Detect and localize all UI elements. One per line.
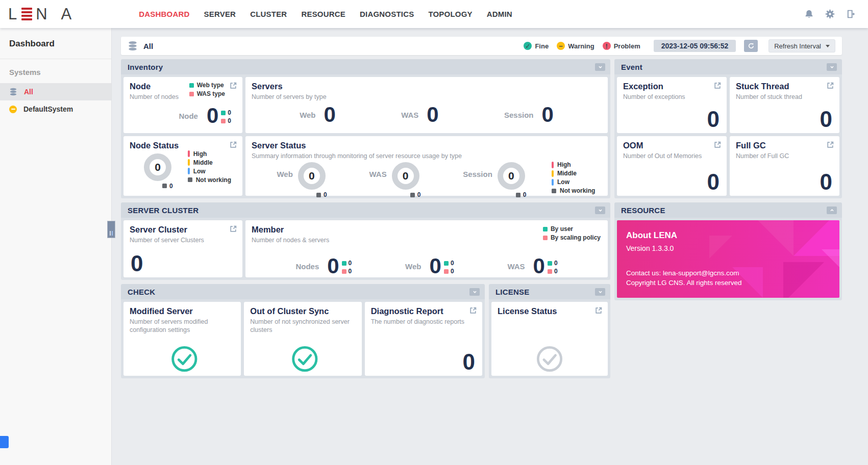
legend-problem: ! Problem	[603, 42, 640, 50]
card-server-status: Server Status Summary information throug…	[245, 136, 608, 196]
stuck-thread-count: 0	[820, 109, 832, 130]
web-servers-metric: Web 0	[300, 105, 336, 124]
open-node-detail-icon[interactable]	[229, 82, 237, 90]
panel-title: RESOURCE	[621, 206, 665, 215]
legend-by-user: By user	[543, 225, 601, 232]
check-ok-icon	[170, 345, 198, 373]
main-content: All ✓ Fine − Warning ! Problem 2023-12-0…	[111, 28, 868, 465]
card-server-cluster: Server Cluster Number of server Clusters…	[123, 220, 242, 277]
was-status-donut: WAS 0 0	[369, 162, 421, 198]
legend-was-type: WAS type	[189, 90, 225, 97]
collapse-button[interactable]	[595, 288, 605, 296]
was-type-swatch	[189, 92, 194, 96]
collapse-button[interactable]	[595, 206, 605, 214]
panel-inventory: Inventory Node Number of nodes	[121, 59, 610, 198]
selected-system-label: All	[143, 42, 153, 50]
refresh-icon	[748, 42, 755, 49]
card-subtitle: Number of stuck thread	[736, 93, 833, 101]
database-icon	[9, 88, 17, 96]
open-server-cluster-icon[interactable]	[229, 225, 237, 233]
notifications-bell-icon[interactable]	[804, 9, 814, 19]
collapse-button[interactable]	[595, 63, 605, 71]
card-title: Servers	[252, 82, 602, 91]
nav-cluster[interactable]: CLUSTER	[250, 10, 287, 18]
logout-icon[interactable]	[846, 9, 856, 19]
open-license-status-icon[interactable]	[594, 306, 603, 315]
card-title: Out of Cluster Sync	[250, 306, 355, 316]
nav-topology[interactable]: TOPOLOGY	[428, 10, 472, 18]
not-working-count: 0	[516, 191, 527, 198]
diagnostic-report-count: 0	[463, 352, 475, 372]
open-diagnostic-report-icon[interactable]	[469, 306, 477, 315]
card-out-of-cluster-sync: Out of Cluster Sync Number of not synchr…	[244, 302, 361, 376]
open-node-status-icon[interactable]	[229, 141, 237, 149]
logo-letters-na: N A	[36, 5, 77, 23]
chevron-up-icon	[829, 208, 835, 213]
sidebar-title: Dashboard	[0, 28, 111, 59]
open-full-gc-icon[interactable]	[826, 141, 834, 149]
collapse-button[interactable]	[469, 288, 480, 296]
nav-dashboard[interactable]: DASHBOARD	[139, 10, 189, 18]
refresh-interval-dropdown[interactable]: Refresh Interval	[768, 39, 835, 53]
card-title: Modified Server	[130, 306, 235, 316]
card-title: Server Cluster	[130, 225, 236, 235]
not-working-count: 0	[410, 191, 421, 198]
nav-admin[interactable]: ADMIN	[487, 10, 512, 18]
legend-low: Low	[552, 178, 602, 186]
card-title: Node Status	[130, 141, 236, 150]
fine-icon: ✓	[524, 42, 532, 50]
donut-chart: 0	[392, 162, 419, 190]
full-gc-count: 0	[820, 172, 832, 192]
not-working-count: 0	[316, 191, 327, 198]
legend-warning: − Warning	[557, 42, 594, 50]
open-oom-icon[interactable]	[713, 141, 722, 149]
lena-logo[interactable]: L N A	[8, 5, 77, 23]
donut-chart: 0	[298, 162, 326, 190]
sidebar-section-systems: Systems	[0, 59, 111, 83]
nav-diagnostics[interactable]: DIAGNOSTICS	[360, 10, 414, 18]
collapse-button[interactable]	[827, 63, 837, 71]
nav-resource[interactable]: RESOURCE	[301, 10, 345, 18]
panel-resource: RESOURCE About LENA Version 1.3.3.0 Cont…	[614, 202, 842, 300]
legend-middle: Middle	[552, 170, 602, 177]
open-stuck-thread-icon[interactable]	[826, 82, 834, 90]
by-user-count: 0	[444, 260, 454, 267]
card-node-status: Node Status 0 0 High Middle L	[123, 136, 242, 196]
collapse-button[interactable]	[827, 206, 837, 214]
open-exception-icon[interactable]	[713, 82, 722, 90]
panel-title: LICENSE	[495, 288, 529, 296]
main-menu: DASHBOARD SERVER CLUSTER RESOURCE DIAGNO…	[139, 10, 512, 18]
triangle-pattern	[732, 267, 763, 298]
chevron-down-icon	[598, 64, 603, 70]
session-servers-metric: Session 0	[504, 105, 554, 124]
card-servers: Servers Number of servers by type Web 0 …	[245, 77, 608, 133]
card-oom: OOM Number of Out of Memories 0	[617, 136, 727, 196]
nav-server[interactable]: SERVER	[204, 10, 236, 18]
legend-middle: Middle	[188, 159, 231, 166]
card-license-status: License Status	[491, 302, 608, 376]
card-exception: Exception Number of exceptions 0	[617, 77, 727, 133]
database-icon	[128, 41, 138, 51]
sidebar: Dashboard Systems All DefaultSystem	[0, 28, 112, 465]
panel-event: Event Exception Number of exceptions 0 S…	[614, 59, 842, 198]
card-subtitle: Number of servers modified configuration…	[130, 318, 235, 334]
warning-status-icon	[9, 106, 17, 113]
bottom-left-widget[interactable]	[0, 436, 9, 448]
web-member-metric: Web 0 0 0	[405, 256, 454, 276]
sidebar-collapse-handle[interactable]	[107, 221, 115, 238]
card-subtitle: The number of diagnostic reports	[371, 318, 476, 326]
sidebar-item-defaultsystem[interactable]: DefaultSystem	[0, 100, 111, 118]
legend-problem-label: Problem	[614, 42, 640, 50]
panel-license: LICENSE License Status	[489, 284, 610, 378]
card-node: Node Number of nodes Web type WAS type	[123, 77, 242, 133]
sidebar-item-all[interactable]: All	[0, 83, 111, 100]
triangle-pattern	[709, 236, 732, 259]
was-servers-metric: WAS 0	[401, 105, 439, 124]
card-title: Full GC	[736, 141, 833, 150]
status-bar: All ✓ Fine − Warning ! Problem 2023-12-0…	[121, 37, 842, 55]
settings-gear-icon[interactable]	[825, 9, 835, 19]
refresh-button[interactable]	[744, 40, 758, 52]
donut-chart: 0	[144, 153, 171, 181]
card-title: Server Status	[252, 141, 602, 150]
card-member: Member Number of nodes & servers By user…	[245, 220, 608, 277]
